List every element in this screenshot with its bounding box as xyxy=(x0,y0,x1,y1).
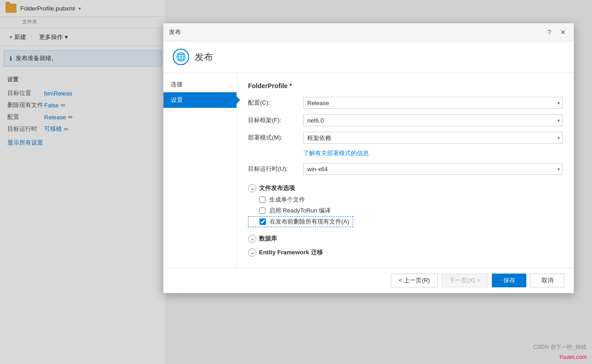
target-runtime-label: 目标运行时(U): xyxy=(248,165,303,173)
dialog-titlebar: 发布 ? ✕ xyxy=(164,23,574,41)
publish-dialog: 发布 ? ✕ 🌐 发布 连接 设置 FolderProfile * 配置(C): xyxy=(163,23,574,293)
config-dropdown-wrapper: Release Debug ▾ xyxy=(303,97,563,109)
database-section-header[interactable]: ⌄ 数据库 xyxy=(248,231,563,245)
deploy-mode-dropdown[interactable]: 框架依赖 独立 xyxy=(303,132,563,144)
file-publish-section-title: 文件发布选项 xyxy=(259,184,295,192)
checkbox-row-single-file: 生成单个文件 xyxy=(248,194,563,205)
deploy-mode-dropdown-wrapper: 框架依赖 独立 ▾ xyxy=(303,132,563,144)
config-label: 配置(C): xyxy=(248,99,303,107)
dialog-controls: ? ✕ xyxy=(544,27,568,37)
next-button[interactable]: 下一页(X) > xyxy=(441,274,488,287)
watermark-csdn: CSDN @下一秒_待续 xyxy=(533,343,586,351)
config-dropdown[interactable]: Release Debug xyxy=(303,97,563,109)
database-collapse-icon: ⌄ xyxy=(248,235,256,243)
nav-connect-label: 连接 xyxy=(171,80,183,89)
deploy-info-link[interactable]: 了解有关部署模式的信息 xyxy=(303,150,369,157)
ef-section-header[interactable]: ⌄ Entity Framework 迁移 xyxy=(248,245,563,258)
checkbox-delete-before-publish-label: 在发布前删除所有现有文件(A) xyxy=(270,218,349,226)
dialog-nav: 连接 设置 xyxy=(164,73,237,268)
form-row-target-framework: 目标框架(F): net6.0 net5.0 netcoreapp3.1 ▾ xyxy=(248,114,563,126)
nav-settings-label: 设置 xyxy=(171,96,183,104)
target-runtime-dropdown[interactable]: win-x64 win-x86 linux-x64 osx-x64 xyxy=(303,163,563,175)
target-framework-dropdown[interactable]: net6.0 net5.0 netcoreapp3.1 xyxy=(303,114,563,126)
close-button[interactable]: ✕ xyxy=(558,27,568,37)
target-framework-label: 目标框架(F): xyxy=(248,116,303,124)
dialog-header-title: 发布 xyxy=(195,51,213,63)
checkbox-delete-before-publish[interactable] xyxy=(259,218,266,225)
file-publish-section-header[interactable]: ⌄ 文件发布选项 xyxy=(248,180,563,194)
form-row-config: 配置(C): Release Debug ▾ xyxy=(248,97,563,109)
target-framework-control: net6.0 net5.0 netcoreapp3.1 ▾ xyxy=(303,114,563,126)
ef-collapse-icon: ⌄ xyxy=(248,248,256,257)
help-button[interactable]: ? xyxy=(544,27,554,37)
save-button[interactable]: 保存 xyxy=(492,274,526,287)
checkbox-readytorun[interactable] xyxy=(259,207,265,214)
checkbox-readytorun-label: 启用 ReadyToRun 编译 xyxy=(269,207,331,215)
form-row-deploy-mode: 部署模式(M): 框架依赖 独立 ▾ xyxy=(248,132,563,144)
target-runtime-dropdown-wrapper: win-x64 win-x86 linux-x64 osx-x64 ▾ xyxy=(303,163,563,175)
nav-item-settings[interactable]: 设置 xyxy=(164,92,237,108)
dialog-body: 连接 设置 FolderProfile * 配置(C): Release Deb… xyxy=(164,73,574,268)
checkbox-row-readytorun: 启用 ReadyToRun 编译 xyxy=(248,205,563,216)
watermark-yuuen: Yuuen.com xyxy=(559,354,586,360)
nav-item-connect[interactable]: 连接 xyxy=(164,77,237,92)
checkbox-row-delete-before-publish: 在发布前删除所有现有文件(A) xyxy=(248,216,353,227)
database-section-title: 数据库 xyxy=(259,235,277,243)
target-runtime-control: win-x64 win-x86 linux-x64 osx-x64 ▾ xyxy=(303,163,563,175)
dialog-header: 🌐 发布 xyxy=(164,41,574,73)
target-framework-dropdown-wrapper: net6.0 net5.0 netcoreapp3.1 ▾ xyxy=(303,114,563,126)
ef-section-title: Entity Framework 迁移 xyxy=(259,248,323,257)
deploy-mode-control: 框架依赖 独立 ▾ xyxy=(303,132,563,144)
deploy-mode-label: 部署模式(M): xyxy=(248,134,303,142)
dialog-content: FolderProfile * 配置(C): Release Debug ▾ 目… xyxy=(237,73,574,268)
prev-button[interactable]: < 上一页(R) xyxy=(391,274,438,287)
cancel-button[interactable]: 取消 xyxy=(530,274,564,287)
form-row-target-runtime: 目标运行时(U): win-x64 win-x86 linux-x64 osx-… xyxy=(248,163,563,175)
publish-globe-icon: 🌐 xyxy=(173,49,189,65)
profile-title: FolderProfile * xyxy=(248,82,563,90)
dialog-footer: < 上一页(R) 下一页(X) > 保存 取消 xyxy=(164,268,574,293)
dialog-title: 发布 xyxy=(169,28,181,36)
file-publish-collapse-icon: ⌄ xyxy=(248,184,256,192)
checkbox-single-file-label: 生成单个文件 xyxy=(269,196,305,204)
config-control: Release Debug ▾ xyxy=(303,97,563,109)
checkbox-single-file[interactable] xyxy=(259,196,265,203)
